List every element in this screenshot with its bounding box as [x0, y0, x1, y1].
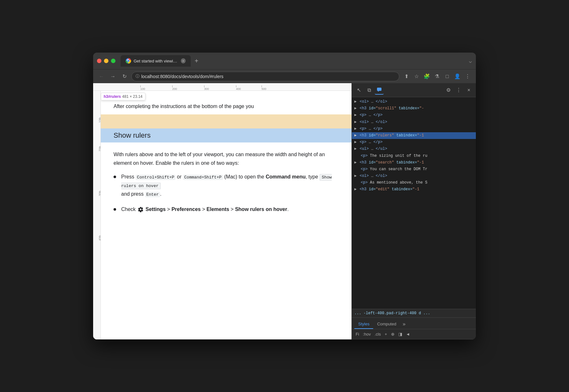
more-tools-button[interactable]: ⋮ — [454, 86, 463, 95]
styles-shadow-button[interactable]: ◨ — [397, 331, 403, 337]
devtools-dom-tree: ▶ <ol> … </ol> ▶ <h3 id="scroll1" tabind… — [352, 97, 476, 309]
active-tab[interactable]: Get started with viewing and c × — [121, 55, 191, 67]
dom-arrow-6[interactable]: ▶ — [354, 133, 357, 138]
dom-line-14[interactable]: ▶ <h3 id="edit" tabindex="-1 — [352, 186, 476, 193]
dom-line-6-selected[interactable]: ▶ <h3 id="rulers" tabindex="-1 — [352, 132, 476, 139]
chrome-menu-button[interactable]: ⋮ — [463, 72, 472, 81]
dom-line-2[interactable]: ▶ <h3 id="scroll1" tabindex="- — [352, 105, 476, 112]
dom-arrow-12[interactable]: ▶ — [354, 174, 357, 178]
ruler-left-200: 200 — [98, 147, 101, 151]
styles-back-button[interactable]: ◄ — [405, 331, 411, 337]
dom-line-9[interactable]: <p> The sizing unit of the ru — [352, 153, 476, 159]
tab-bar: Get started with viewing and c × + ⌵ — [121, 55, 472, 67]
traffic-lights — [97, 59, 115, 63]
dom-line-1[interactable]: ▶ <ol> … </ol> — [352, 98, 476, 105]
ruler-top-inner: 100 200 300 400 500 — [108, 83, 351, 91]
extensions-button[interactable]: 🧩 — [422, 72, 431, 81]
console-button[interactable] — [375, 86, 384, 95]
svg-rect-3 — [377, 88, 381, 91]
url-text: localhost:8080/docs/devtools/dom/#rulers — [141, 74, 224, 79]
ruler-left: 100 200 300 400 — [93, 91, 101, 339]
tab-close-button[interactable]: × — [181, 58, 186, 63]
back-button[interactable]: ← — [97, 72, 106, 81]
refresh-button[interactable]: ↻ — [120, 72, 129, 81]
ruler-left-400: 400 — [98, 236, 101, 241]
address-bar[interactable]: ⓘ localhost:8080/docs/devtools/dom/#rule… — [131, 72, 399, 81]
bullet1-code2: Command+Shift+P — [183, 175, 223, 180]
maximize-traffic-light[interactable] — [111, 59, 115, 63]
dom-arrow-4[interactable]: ▶ — [354, 120, 357, 124]
dom-arrow-8[interactable]: ▶ — [354, 147, 357, 151]
profile-button[interactable]: 👤 — [453, 72, 462, 81]
dom-line-7[interactable]: ▶ <p> … </p> — [352, 139, 476, 146]
bullet2-settings: Settings — [145, 207, 166, 212]
ruler-mark-400: 400 — [236, 87, 241, 91]
ruler-mark-100: 100 — [140, 87, 145, 91]
dom-line-12[interactable]: ▶ <ol> … </ol> — [352, 173, 476, 179]
dom-line-8[interactable]: ▶ <ul> … </ul> — [352, 146, 476, 152]
lock-icon: ⓘ — [136, 74, 139, 79]
title-bar: Get started with viewing and c × + ⌵ — [93, 53, 476, 69]
bookmark-button[interactable]: ☆ — [412, 72, 421, 81]
dom-line-4[interactable]: ▶ <ol> … </ol> — [352, 119, 476, 126]
dom-line-13[interactable]: <p> As mentioned above, the S — [352, 179, 476, 186]
mediarouter-button[interactable]: □ — [443, 72, 452, 81]
bullet2-show-rulers: Show rulers on hover — [235, 207, 287, 212]
body-paragraph: With rulers above and to the left of you… — [114, 150, 339, 167]
svg-marker-4 — [378, 91, 379, 92]
tab-styles[interactable]: Styles — [354, 320, 373, 329]
dom-arrow-1[interactable]: ▶ — [354, 99, 357, 104]
new-tab-button[interactable]: + — [192, 56, 201, 65]
content-area: 100 200 300 400 500 100 200 300 400 — [93, 83, 476, 339]
bullet1-enter: Enter — [145, 192, 160, 197]
dom-line-5[interactable]: ▶ <p> … </p> — [352, 126, 476, 132]
inspect-button[interactable]: ↖ — [354, 86, 363, 95]
bullet-item-1: Press Control+Shift+P or Command+Shift+P… — [114, 172, 339, 199]
labs-button[interactable]: ⚗ — [432, 72, 441, 81]
devtools-close-button[interactable]: × — [464, 86, 473, 95]
dom-line-10[interactable]: ▶ <h3 id="search" tabindex="-1 — [352, 159, 476, 166]
devtools-breadcrumb: ... -left-400.pad-right-400 d ... — [352, 309, 476, 318]
forward-button[interactable]: → — [108, 72, 117, 81]
styles-cls-button[interactable]: .cls — [373, 331, 382, 337]
ruler-top: 100 200 300 400 500 — [93, 83, 351, 91]
breadcrumb-text: ... -left-400.pad-right-400 d ... — [354, 311, 430, 316]
page-with-ruler: 100 200 300 400 h3#rulers 481 × 23.14 Af… — [93, 91, 351, 339]
chat-icon — [376, 87, 382, 93]
bullet1-cmd-menu: Command menu — [266, 174, 306, 179]
page-content: 100 200 300 400 500 100 200 300 400 — [93, 83, 351, 339]
dom-line-3[interactable]: ▶ <p> … </p> — [352, 112, 476, 119]
tab-computed[interactable]: Computed — [373, 320, 400, 329]
chrome-favicon — [126, 58, 131, 64]
dom-arrow-2[interactable]: ▶ — [354, 106, 357, 111]
settings-button[interactable]: ⚙ — [444, 86, 453, 95]
dom-arrow-7[interactable]: ▶ — [354, 140, 357, 144]
devtools-styles-tabs: Styles Computed » — [352, 318, 476, 329]
share-button[interactable]: ⬆ — [402, 72, 411, 81]
ruler-mark-500: 500 — [262, 87, 266, 91]
dom-line-11[interactable]: <p> You can search the DOM Tr — [352, 166, 476, 173]
tab-menu-button[interactable]: ⌵ — [469, 58, 472, 64]
styles-add-button[interactable]: + — [383, 331, 388, 337]
devtools-panel: ↖ ⧉ ⚙ ⋮ × ▶ <ol> … </o — [351, 83, 476, 339]
dom-arrow-3[interactable]: ▶ — [354, 113, 357, 117]
ruler-left-100: 100 — [98, 118, 101, 123]
dom-arrow-10[interactable]: ▶ — [354, 160, 357, 165]
highlight-blue-section: Show rulers — [101, 128, 351, 142]
minimize-traffic-light[interactable] — [104, 59, 108, 63]
dom-arrow-14[interactable]: ▶ — [354, 187, 357, 192]
navigation-bar: ← → ↻ ⓘ localhost:8080/docs/devtools/dom… — [93, 69, 476, 83]
ruler-left-300: 300 — [98, 191, 101, 196]
page-body: With rulers above and to the left of you… — [114, 150, 339, 214]
bullet1-code1: Control+Shift+P — [136, 175, 175, 180]
bullet-list: Press Control+Shift+P or Command+Shift+P… — [114, 172, 339, 214]
nav-actions: ⬆ ☆ 🧩 ⚗ □ 👤 ⋮ — [402, 72, 472, 81]
device-toolbar-button[interactable]: ⧉ — [365, 86, 373, 95]
tab-more[interactable]: » — [400, 319, 408, 329]
styles-hov-button[interactable]: :hov — [362, 331, 372, 337]
dom-arrow-5[interactable]: ▶ — [354, 127, 357, 131]
close-traffic-light[interactable] — [97, 59, 101, 63]
tab-title: Get started with viewing and c — [134, 59, 178, 63]
ruler-mark-200: 200 — [172, 87, 177, 91]
styles-style-button[interactable]: ⊕ — [390, 331, 396, 337]
